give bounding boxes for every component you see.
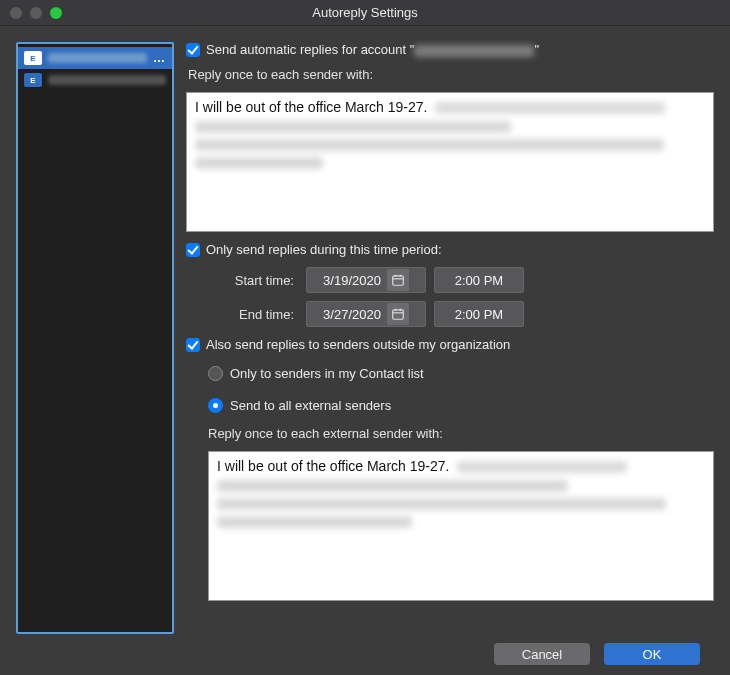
cancel-button[interactable]: Cancel (494, 643, 590, 665)
external-reply-row: Also send replies to senders outside my … (186, 337, 714, 352)
exchange-icon: E (24, 51, 42, 65)
internal-reply-text: I will be out of the office March 19-27. (195, 99, 427, 115)
start-time-label: Start time: (208, 273, 298, 288)
settings-pane: Send automatic replies for account "" Re… (186, 42, 714, 634)
end-time-label: End time: (208, 307, 298, 322)
all-external-label: Send to all external senders (230, 398, 391, 413)
account-list-item[interactable]: E (18, 69, 172, 91)
exchange-icon: E (24, 73, 42, 87)
external-reply-text: I will be out of the office March 19-27. (217, 458, 449, 474)
external-reply-checkbox[interactable] (186, 338, 200, 352)
time-period-row: Only send replies during this time perio… (186, 242, 714, 257)
window-controls (10, 7, 62, 19)
end-time-field[interactable]: 2:00 PM (434, 301, 524, 327)
svg-rect-4 (393, 310, 404, 319)
time-period-label: Only send replies during this time perio… (206, 242, 442, 257)
contacts-only-radio[interactable] (208, 366, 223, 381)
dialog-footer: Cancel OK (0, 634, 730, 674)
calendar-icon[interactable] (387, 303, 409, 325)
time-period-grid: Start time: 3/19/2020 2:00 PM End time: … (208, 267, 714, 327)
time-period-checkbox[interactable] (186, 243, 200, 257)
account-name-redacted (414, 45, 534, 57)
window-title: Autoreply Settings (312, 5, 418, 20)
end-date-field[interactable]: 3/27/2020 (306, 301, 426, 327)
contacts-only-label: Only to senders in my Contact list (230, 366, 424, 381)
account-name-redacted (48, 53, 147, 63)
start-time-field[interactable]: 2:00 PM (434, 267, 524, 293)
account-list-item[interactable]: E … (18, 47, 172, 69)
start-date-field[interactable]: 3/19/2020 (306, 267, 426, 293)
internal-reply-textarea[interactable]: I will be out of the office March 19-27. (186, 92, 714, 232)
enable-autoreply-label: Send automatic replies for account "" (206, 42, 539, 57)
radio-contacts-row: Only to senders in my Contact list (208, 362, 714, 384)
ok-button[interactable]: OK (604, 643, 700, 665)
radio-all-row: Send to all external senders (208, 394, 714, 416)
external-reply-label: Also send replies to senders outside my … (206, 337, 510, 352)
account-sidebar: E … E (16, 42, 174, 634)
internal-reply-label: Reply once to each sender with: (188, 67, 714, 82)
external-reply-textarea[interactable]: I will be out of the office March 19-27. (208, 451, 714, 601)
calendar-icon[interactable] (387, 269, 409, 291)
close-window-button[interactable] (10, 7, 22, 19)
account-more-icon: … (153, 51, 166, 65)
account-name-redacted (48, 75, 166, 85)
enable-autoreply-checkbox[interactable] (186, 43, 200, 57)
titlebar: Autoreply Settings (0, 0, 730, 26)
minimize-window-button[interactable] (30, 7, 42, 19)
svg-rect-0 (393, 276, 404, 285)
external-reply-once-label: Reply once to each external sender with: (208, 426, 714, 441)
all-external-radio[interactable] (208, 398, 223, 413)
enable-autoreply-row: Send automatic replies for account "" (186, 42, 714, 57)
maximize-window-button[interactable] (50, 7, 62, 19)
